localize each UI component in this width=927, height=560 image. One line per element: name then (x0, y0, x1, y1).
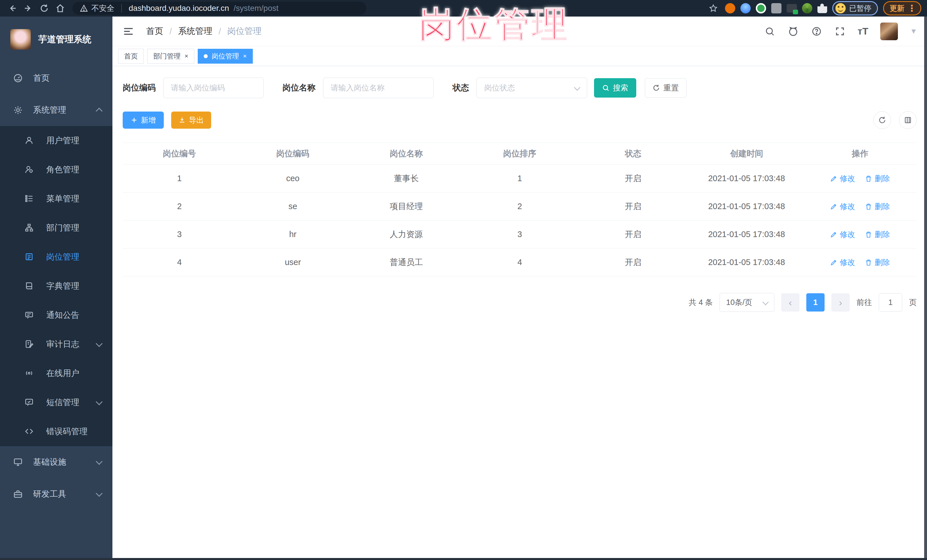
reset-button[interactable]: 重置 (645, 78, 687, 97)
address-bar[interactable]: 不安全 dashboard.yudao.iocoder.cn/system/po… (73, 2, 366, 15)
cell-status: 开启 (576, 165, 690, 193)
refresh-table-button[interactable] (873, 111, 891, 129)
pencil-icon (830, 259, 837, 266)
trash-icon (865, 175, 872, 182)
badge-icon (24, 252, 34, 262)
browser-refresh-icon[interactable] (38, 2, 51, 15)
breadcrumb-home[interactable]: 首页 (146, 26, 163, 37)
table-toolbar: 新增 导出 (123, 111, 917, 129)
post-name-label: 岗位名称 (283, 82, 316, 94)
sidebar-item-audit-logs[interactable]: 审计日志 (0, 330, 112, 359)
post-code-input[interactable] (163, 77, 264, 98)
app-logo (10, 29, 31, 50)
close-icon[interactable]: × (243, 53, 247, 59)
page-size-select[interactable]: 10条/页 (720, 293, 774, 312)
column-header: 岗位名称 (350, 143, 463, 165)
search-icon[interactable] (764, 26, 775, 37)
browser-forward-icon[interactable] (22, 2, 35, 15)
search-form: 岗位编码 岗位名称 状态 岗位状态 搜索 重置 (123, 77, 917, 98)
github-icon[interactable] (787, 26, 799, 37)
sidebar-item-home[interactable]: 首页 (0, 62, 112, 94)
goto-page-input[interactable] (879, 293, 902, 311)
sidebar-item-dictionary[interactable]: 字典管理 (0, 272, 112, 300)
delete-link[interactable]: 删除 (865, 173, 890, 184)
warning-icon (80, 4, 88, 12)
browser-back-icon[interactable] (6, 2, 19, 15)
column-header: 状态 (576, 143, 690, 165)
prev-page-button[interactable]: ‹ (781, 293, 799, 311)
browser-menu-icon[interactable]: ⋮ (907, 3, 916, 14)
scrollbar[interactable] (924, 17, 927, 560)
sidebar-item-online-users[interactable]: 在线用户 (0, 359, 112, 388)
search-button[interactable]: 搜索 (594, 78, 636, 97)
breadcrumb-system[interactable]: 系统管理 (178, 26, 212, 37)
browser-update-button[interactable]: 更新 ⋮ (883, 1, 921, 15)
sidebar-item-devtools[interactable]: 研发工具 (0, 478, 112, 510)
edit-link[interactable]: 修改 (830, 229, 855, 240)
export-button[interactable]: 导出 (171, 112, 211, 129)
monitor-icon (13, 457, 23, 467)
sidebar-item-label: 首页 (33, 73, 50, 84)
active-dot (204, 54, 208, 58)
security-warning[interactable]: 不安全 (80, 3, 114, 14)
pagination: 共 4 条 10条/页 ‹ 1 › 前往 页 (123, 293, 917, 312)
sidebar-item-sms[interactable]: 短信管理 (0, 388, 112, 417)
fullscreen-icon[interactable] (834, 26, 846, 37)
delete-link[interactable]: 删除 (865, 202, 890, 212)
profile-paused-badge[interactable]: 已暂停 (832, 1, 878, 15)
next-page-button[interactable]: › (831, 293, 849, 311)
close-icon[interactable]: × (185, 53, 188, 59)
add-button[interactable]: 新增 (123, 112, 164, 129)
avatar[interactable] (880, 23, 898, 40)
tab-posts[interactable]: 岗位管理 × (198, 49, 253, 64)
font-size-icon[interactable]: ᴛT (858, 26, 868, 37)
column-header: 岗位排序 (463, 143, 577, 165)
column-header: 岗位编码 (236, 143, 350, 165)
cell-name: 普通员工 (350, 249, 463, 276)
edit-link[interactable]: 修改 (830, 202, 855, 212)
sidebar-item-posts[interactable]: 岗位管理 (0, 243, 112, 272)
status-placeholder: 岗位状态 (484, 83, 515, 93)
extension-icon[interactable] (787, 4, 797, 12)
breadcrumb-current: 岗位管理 (227, 26, 261, 37)
edit-link[interactable]: 修改 (830, 257, 855, 268)
app-logo-row[interactable]: 芋道管理系统 (0, 17, 112, 62)
cell-status: 开启 (576, 220, 690, 249)
extension-icon[interactable] (725, 3, 735, 14)
browser-home-icon[interactable] (54, 2, 67, 15)
help-icon[interactable] (811, 26, 822, 37)
sidebar-item-notices[interactable]: 通知公告 (0, 300, 112, 330)
page-number-button[interactable]: 1 (806, 293, 825, 311)
tab-home[interactable]: 首页 (118, 49, 144, 64)
edit-link[interactable]: 修改 (830, 173, 855, 184)
sidebar-item-roles[interactable]: 角色管理 (0, 155, 112, 184)
profile-emoji-icon (836, 3, 846, 14)
extension-icon[interactable] (756, 3, 766, 14)
extension-icon[interactable] (740, 3, 751, 14)
chevron-down-icon[interactable]: ▼ (910, 27, 917, 36)
bookmark-star-icon[interactable] (707, 2, 720, 15)
sidebar-item-label: 用户管理 (46, 135, 79, 146)
grid-icon (904, 116, 912, 124)
status-select[interactable]: 岗位状态 (477, 77, 587, 98)
sidebar-item-system[interactable]: 系统管理 (0, 94, 112, 126)
sidebar-item-label: 菜单管理 (46, 193, 79, 205)
tab-departments[interactable]: 部门管理 × (147, 49, 194, 64)
post-name-input[interactable] (323, 77, 434, 98)
trash-icon (865, 231, 872, 238)
sidebar-item-infrastructure[interactable]: 基础设施 (0, 446, 112, 478)
hamburger-icon[interactable] (122, 25, 135, 38)
delete-link[interactable]: 删除 (865, 229, 890, 240)
search-icon (602, 84, 609, 91)
sidebar-item-menus[interactable]: 菜单管理 (0, 184, 112, 213)
toolbox-icon (13, 489, 23, 499)
extension-icon[interactable] (771, 3, 781, 14)
sidebar-item-users[interactable]: 用户管理 (0, 126, 112, 155)
extension-icon[interactable] (802, 3, 812, 14)
sidebar-item-departments[interactable]: 部门管理 (0, 213, 112, 243)
extensions-puzzle-icon[interactable] (818, 3, 827, 13)
sidebar-item-error-codes[interactable]: 错误码管理 (0, 417, 112, 446)
column-settings-button[interactable] (899, 111, 917, 129)
delete-link[interactable]: 删除 (865, 257, 890, 268)
paused-label: 已暂停 (849, 3, 871, 14)
